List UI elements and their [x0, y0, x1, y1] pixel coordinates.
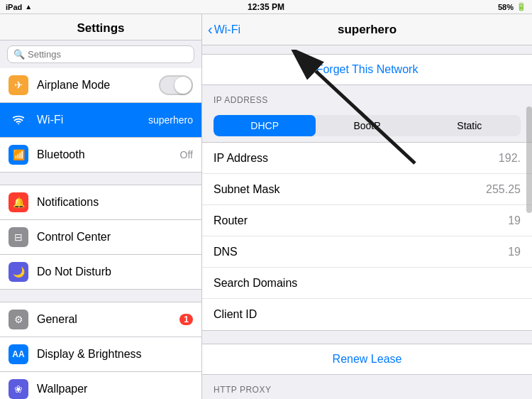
divider-2: [0, 290, 201, 302]
sidebar: Settings 🔍 ✈ Airplane Mode: [0, 14, 202, 399]
sidebar-item-airplane[interactable]: ✈ Airplane Mode: [0, 68, 201, 103]
status-bar: iPad ▲ 12:35 PM 58% 🔋: [0, 0, 532, 14]
search-domains-label: Search Domains: [214, 277, 297, 290]
ip-tab-control: DHCP BootP Static: [214, 115, 521, 136]
airplane-label: Airplane Mode: [37, 79, 159, 92]
control-center-icon: ⊟: [9, 227, 28, 247]
donotdisturb-label: Do Not Disturb: [37, 266, 193, 278]
wifi-value: superhero: [148, 114, 193, 126]
wifi-label: Wi-Fi: [37, 114, 145, 126]
divider-1: [0, 173, 201, 185]
ip-address-label: IP Address: [214, 152, 268, 165]
wifi-icon: [9, 110, 28, 130]
display-icon: AA: [9, 344, 28, 364]
table-row: Subnet Mask 255.25: [202, 174, 532, 205]
renew-lease-label: Renew Lease: [333, 353, 402, 366]
forget-network-label: Forget This Network: [316, 63, 419, 76]
renew-lease-button[interactable]: Renew Lease: [202, 344, 532, 374]
dns-label: DNS: [214, 246, 238, 258]
table-row: Client ID: [202, 299, 532, 330]
ip-section-header: IP ADDRESS: [202, 85, 532, 109]
search-input[interactable]: [28, 49, 188, 60]
wallpaper-icon: ❀: [9, 379, 28, 399]
right-wrapper: ‹ Wi-Fi superhero Forget This Network IP…: [202, 14, 532, 399]
ip-tab-dhcp[interactable]: DHCP: [214, 115, 316, 136]
sidebar-item-display[interactable]: AA Display & Brightness: [0, 337, 201, 372]
bluetooth-icon: 📶: [9, 145, 28, 165]
bluetooth-label: Bluetooth: [37, 148, 177, 161]
wifi-signal-icon: ▲: [25, 3, 32, 11]
sidebar-item-general[interactable]: ⚙ General 1: [0, 302, 201, 337]
sidebar-title: Settings: [0, 14, 201, 40]
client-id-label: Client ID: [214, 308, 257, 321]
wallpaper-label: Wallpaper: [37, 383, 193, 395]
airplane-icon: ✈: [9, 75, 28, 95]
general-icon: ⚙: [9, 310, 28, 329]
sidebar-item-donotdisturb[interactable]: 🌙 Do Not Disturb: [0, 255, 201, 290]
spacer-1: [202, 45, 532, 54]
forget-network-button[interactable]: Forget This Network: [202, 55, 532, 84]
scroll-indicator: [526, 106, 532, 213]
detail-title: superhero: [338, 23, 397, 37]
sidebar-search-container: 🔍: [0, 40, 201, 68]
control-center-label: Control Center: [37, 231, 193, 244]
sidebar-item-wifi[interactable]: Wi-Fi superhero: [0, 103, 201, 138]
sidebar-item-bluetooth[interactable]: 📶 Bluetooth Off: [0, 138, 201, 173]
sidebar-list: ✈ Airplane Mode Wi-Fi superhero 📶: [0, 68, 201, 399]
bluetooth-value: Off: [180, 149, 193, 160]
table-row: Search Domains: [202, 268, 532, 299]
general-badge: 1: [179, 314, 193, 325]
notifications-label: Notifications: [37, 196, 193, 209]
router-value: 19: [508, 214, 521, 227]
back-chevron-icon: ‹: [208, 21, 213, 38]
forget-network-card: Forget This Network: [202, 54, 532, 85]
ipad-label: iPad: [6, 3, 22, 11]
notifications-icon: 🔔: [9, 192, 28, 212]
router-label: Router: [214, 214, 248, 227]
status-time: 12:35 PM: [248, 2, 284, 12]
ip-address-value: 192.: [499, 152, 521, 165]
search-icon: 🔍: [13, 49, 25, 60]
subnet-mask-value: 255.25: [486, 183, 521, 196]
display-label: Display & Brightness: [37, 348, 193, 361]
sidebar-item-control[interactable]: ⊟ Control Center: [0, 220, 201, 255]
right-panel: ‹ Wi-Fi superhero Forget This Network IP…: [202, 14, 532, 399]
table-row: Router 19: [202, 205, 532, 236]
sidebar-item-wallpaper[interactable]: ❀ Wallpaper: [0, 372, 201, 399]
general-label: General: [37, 313, 177, 326]
back-button[interactable]: ‹ Wi-Fi: [208, 21, 240, 38]
table-row: IP Address 192.: [202, 143, 532, 174]
battery-percentage: 58%: [498, 3, 514, 11]
http-proxy-section-header: HTTP PROXY: [202, 375, 532, 399]
ip-tab-bootp[interactable]: BootP: [316, 115, 418, 136]
dns-value: 19: [508, 246, 521, 258]
ip-table: IP Address 192. Subnet Mask 255.25 Route…: [202, 142, 532, 331]
detail-content: Forget This Network IP ADDRESS DHCP Boot…: [202, 45, 532, 399]
back-label: Wi-Fi: [214, 23, 240, 36]
subnet-mask-label: Subnet Mask: [214, 183, 279, 196]
airplane-toggle[interactable]: [159, 75, 193, 95]
renew-lease-card: Renew Lease: [202, 344, 532, 375]
table-row: DNS 19: [202, 236, 532, 268]
ip-tab-static[interactable]: Static: [419, 115, 521, 136]
donotdisturb-icon: 🌙: [9, 262, 28, 282]
detail-header: ‹ Wi-Fi superhero: [202, 14, 532, 45]
sidebar-item-notifications[interactable]: 🔔 Notifications: [0, 185, 201, 220]
battery-icon: 🔋: [516, 2, 526, 11]
